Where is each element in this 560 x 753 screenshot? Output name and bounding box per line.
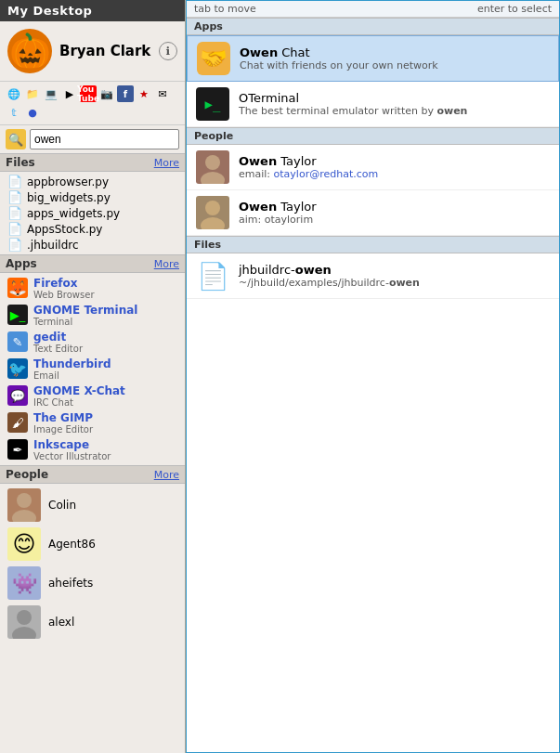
right-panel: tab to move enter to select Apps 🤝 Owen … — [186, 0, 560, 753]
app-subtitle: Vector Illustrator — [33, 451, 111, 461]
list-item[interactable]: 📄 appbrowser.py — [0, 174, 185, 189]
terminal-icon: ▶_ — [7, 305, 28, 325]
xchat-icon: 💬 — [7, 385, 28, 406]
sidebar-item-inkscape[interactable]: ✒ Inkscape Vector Illustrator — [0, 436, 185, 463]
results-apps-header: Apps — [187, 18, 559, 35]
avatar-owen-taylor-1 — [196, 150, 229, 184]
file-icon: 📄 — [7, 206, 22, 220]
oterminal-icon: ▶_ — [196, 87, 229, 121]
file-name: AppsStock.py — [27, 223, 102, 236]
sidebar-item-xchat[interactable]: 💬 GNOME X-Chat IRC Chat — [0, 383, 185, 409]
svg-point-2 — [17, 610, 32, 625]
results-people-header: People — [187, 127, 559, 145]
result-item-owen-chat[interactable]: 🤝 Owen Chat Chat with friends on your ow… — [187, 35, 559, 82]
people-label: People — [6, 468, 48, 481]
svg-point-4 — [205, 155, 220, 170]
toolbar-icon-computer[interactable]: 💻 — [43, 85, 59, 102]
app-name: gedit — [33, 331, 83, 344]
email-link[interactable]: otaylor@redhat.com — [274, 168, 379, 180]
owen-chat-icon: 🤝 — [197, 42, 230, 75]
toolbar: 🌐 📁 💻 ▶ YouTube 📷 f ★ ✉ 𝕥 ● — [0, 82, 185, 125]
result-subtitle: The best terminal emulator written by ow… — [239, 105, 467, 117]
app-subtitle: Text Editor — [33, 344, 83, 354]
file-icon: 📄 — [7, 222, 22, 236]
list-item[interactable]: 📄 big_widgets.py — [0, 189, 185, 205]
app-name: GNOME X-Chat — [33, 384, 125, 397]
sidebar-item-thunderbird[interactable]: 🐦 Thunderbird Email — [0, 356, 185, 383]
result-subtitle: aim: otaylorim — [239, 214, 317, 226]
list-item[interactable]: 👾 aheifets — [0, 564, 185, 603]
result-subtitle: Chat with friends on your own network — [240, 59, 438, 71]
search-row: 🔍 — [0, 125, 185, 153]
file-icon: 📄 — [7, 238, 22, 252]
app-subtitle: Email — [33, 370, 111, 381]
file-result-icon: 📄 — [196, 259, 229, 292]
result-item-owen-taylor-1[interactable]: Owen Taylor email: otaylor@redhat.com — [187, 145, 559, 190]
list-item[interactable]: 📄 apps_widgets.py — [0, 205, 185, 221]
inkscape-icon: ✒ — [7, 439, 28, 460]
list-item[interactable]: 📄 .jhbuildrc — [0, 237, 185, 253]
toolbar-icon-folder[interactable]: 📁 — [24, 85, 41, 102]
toolbar-icon-email[interactable]: ✉ — [154, 85, 171, 102]
search-icon: 🔍 — [6, 129, 26, 149]
files-more-link[interactable]: More — [154, 157, 179, 169]
list-item[interactable]: Colin — [0, 486, 185, 525]
toolbar-icon-star[interactable]: ★ — [136, 85, 152, 102]
info-icon[interactable]: ℹ — [159, 42, 177, 60]
toolbar-icon-twitter[interactable]: 𝕥 — [6, 104, 22, 121]
toolbar-icon-camera[interactable]: 📷 — [98, 85, 115, 102]
files-label: Files — [6, 156, 35, 169]
toolbar-icon-play[interactable]: ▶ — [61, 85, 78, 102]
app-subtitle: Web Browser — [33, 290, 95, 300]
result-item-owen-taylor-2[interactable]: Owen Taylor aim: otaylorim — [187, 190, 559, 236]
file-name: .jhbuildrc — [27, 239, 79, 252]
list-item[interactable]: 📄 AppsStock.py — [0, 221, 185, 237]
app-name: Inkscape — [33, 438, 111, 451]
hint-tab: tab to move — [194, 3, 256, 15]
result-item-jhbuildrc[interactable]: 📄 jhbuildrc-owen ~/jhbuild/examples/jhbu… — [187, 253, 559, 299]
toolbar-icon-facebook[interactable]: f — [117, 85, 134, 102]
list-item[interactable]: 😊 Agent86 — [0, 525, 185, 564]
sidebar-item-gimp[interactable]: 🖌 The GIMP Image Editor — [0, 409, 185, 436]
gedit-icon: ✎ — [7, 331, 28, 352]
svg-point-7 — [201, 217, 225, 229]
avatar-owen-taylor-2 — [196, 196, 229, 229]
avatar-aheifets: 👾 — [7, 566, 41, 600]
file-name: appbrowser.py — [27, 175, 109, 188]
aim-value: otaylorim — [265, 214, 313, 226]
toolbar-icon-web[interactable]: 🌐 — [6, 85, 22, 102]
svg-point-1 — [12, 510, 36, 522]
left-panel: My Desktop Bryan Clark ℹ 🌐 📁 💻 ▶ YouTube… — [0, 0, 186, 753]
file-icon: 📄 — [7, 190, 22, 204]
gimp-icon: 🖌 — [7, 412, 28, 433]
app-name: The GIMP — [33, 411, 93, 424]
app-subtitle: Image Editor — [33, 424, 93, 435]
file-result-name: jhbuildrc-owen — [239, 263, 420, 277]
results-files-header: Files — [187, 236, 559, 253]
apps-more-link[interactable]: More — [154, 258, 179, 270]
sidebar-item-firefox[interactable]: 🦊 Firefox Web Browser — [0, 275, 185, 302]
people-more-link[interactable]: More — [154, 469, 179, 481]
svg-point-5 — [201, 172, 225, 184]
user-header: Bryan Clark ℹ — [0, 21, 185, 82]
file-name: big_widgets.py — [27, 191, 111, 204]
app-subtitle: IRC Chat — [33, 397, 125, 408]
file-list: 📄 appbrowser.py 📄 big_widgets.py 📄 apps_… — [0, 172, 185, 254]
file-icon: 📄 — [7, 175, 22, 188]
svg-point-3 — [12, 627, 36, 639]
sidebar-item-gnome-terminal[interactable]: ▶_ GNOME Terminal Terminal — [0, 302, 185, 329]
app-name: Firefox — [33, 277, 95, 290]
toolbar-icon-youtube[interactable]: YouTube — [80, 85, 97, 102]
result-item-oterminal[interactable]: ▶_ OTerminal The best terminal emulator … — [187, 82, 559, 127]
list-item[interactable]: alexl — [0, 603, 185, 642]
search-input[interactable] — [30, 129, 179, 149]
toolbar-icon-blue[interactable]: ● — [24, 104, 41, 121]
avatar-alexl — [7, 605, 41, 639]
pumpkin-icon — [7, 29, 52, 73]
result-title: Owen Taylor — [239, 200, 317, 214]
person-name: aheifets — [48, 577, 93, 590]
result-subtitle: email: otaylor@redhat.com — [239, 168, 378, 180]
result-title: Owen Taylor — [239, 154, 378, 168]
sidebar-item-gedit[interactable]: ✎ gedit Text Editor — [0, 329, 185, 356]
svg-point-0 — [17, 493, 32, 508]
